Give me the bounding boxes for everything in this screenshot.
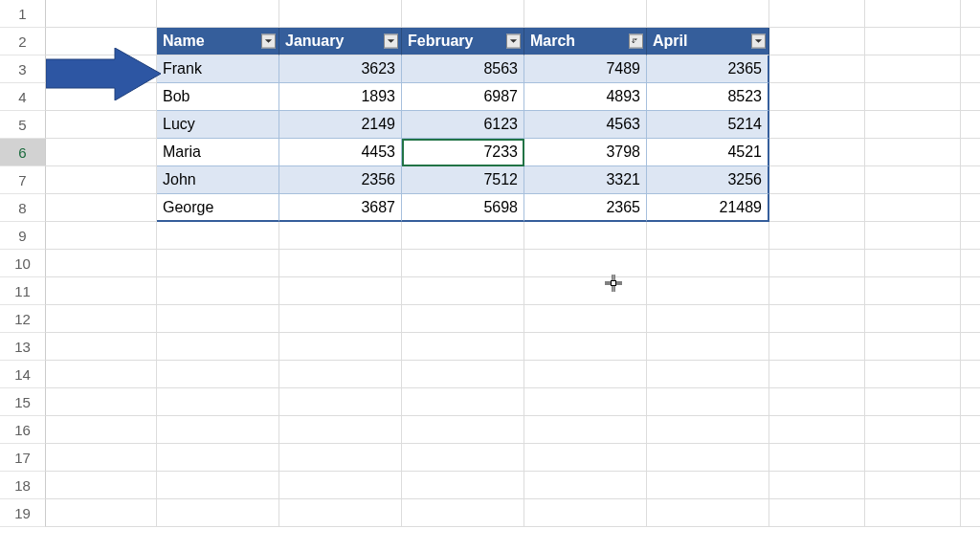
empty-cell[interactable] [279, 333, 402, 361]
empty-cell[interactable] [865, 0, 961, 28]
empty-cell[interactable] [46, 305, 157, 333]
empty-cell[interactable] [961, 305, 980, 333]
filter-dropdown-icon[interactable] [751, 34, 766, 49]
cell-name[interactable]: Maria [157, 139, 279, 166]
empty-cell[interactable] [279, 305, 402, 333]
empty-cell[interactable] [647, 222, 769, 250]
empty-cell[interactable] [524, 416, 647, 444]
cell-february[interactable]: 7512 [402, 166, 524, 194]
cell-april[interactable]: 8523 [647, 83, 769, 111]
empty-cell[interactable] [46, 222, 157, 250]
cell-february[interactable]: 7233 [402, 139, 524, 166]
empty-cell[interactable] [279, 277, 402, 305]
empty-cell[interactable] [865, 277, 961, 305]
empty-cell[interactable] [865, 194, 961, 222]
empty-cell[interactable] [647, 444, 769, 472]
empty-cell[interactable] [961, 222, 980, 250]
empty-cell[interactable] [769, 83, 865, 111]
empty-cell[interactable] [769, 361, 865, 388]
empty-cell[interactable] [402, 472, 524, 499]
empty-cell[interactable] [961, 333, 980, 361]
row-header[interactable]: 6 [0, 139, 46, 166]
empty-cell[interactable] [647, 499, 769, 527]
column-header-january[interactable]: January [279, 28, 402, 55]
empty-cell[interactable] [769, 416, 865, 444]
empty-cell[interactable] [865, 333, 961, 361]
empty-cell[interactable] [157, 416, 279, 444]
empty-cell[interactable] [524, 250, 647, 277]
empty-cell[interactable] [402, 499, 524, 527]
row-header[interactable]: 19 [0, 499, 46, 527]
empty-cell[interactable] [647, 333, 769, 361]
empty-cell[interactable] [46, 388, 157, 416]
row-header[interactable]: 14 [0, 361, 46, 388]
filter-dropdown-icon[interactable] [261, 34, 276, 49]
empty-cell[interactable] [647, 277, 769, 305]
empty-cell[interactable] [961, 388, 980, 416]
empty-cell[interactable] [647, 388, 769, 416]
empty-cell[interactable] [865, 472, 961, 499]
empty-cell[interactable] [402, 222, 524, 250]
empty-cell[interactable] [769, 472, 865, 499]
empty-cell[interactable] [524, 277, 647, 305]
empty-cell[interactable] [46, 166, 157, 194]
empty-cell[interactable] [769, 194, 865, 222]
empty-cell[interactable] [279, 388, 402, 416]
empty-cell[interactable] [157, 499, 279, 527]
empty-cell[interactable] [46, 333, 157, 361]
empty-cell[interactable] [865, 305, 961, 333]
empty-cell[interactable] [769, 166, 865, 194]
empty-cell[interactable] [279, 250, 402, 277]
cell-april[interactable]: 5214 [647, 111, 769, 139]
empty-cell[interactable] [157, 444, 279, 472]
empty-cell[interactable] [865, 139, 961, 166]
cell-name[interactable]: Frank [157, 55, 279, 83]
empty-cell[interactable] [279, 222, 402, 250]
empty-cell[interactable] [279, 444, 402, 472]
cell-february[interactable]: 8563 [402, 55, 524, 83]
cell-april[interactable]: 21489 [647, 194, 769, 222]
empty-cell[interactable] [647, 250, 769, 277]
filter-sort-icon[interactable] [629, 34, 643, 49]
cell-march[interactable]: 3798 [524, 139, 647, 166]
empty-cell[interactable] [769, 222, 865, 250]
empty-cell[interactable] [769, 277, 865, 305]
empty-cell[interactable] [769, 305, 865, 333]
empty-cell[interactable] [961, 166, 980, 194]
empty-cell[interactable] [647, 305, 769, 333]
empty-cell[interactable] [769, 111, 865, 139]
cell-april[interactable]: 3256 [647, 166, 769, 194]
empty-cell[interactable] [865, 222, 961, 250]
empty-cell[interactable] [46, 444, 157, 472]
empty-cell[interactable] [157, 277, 279, 305]
empty-cell[interactable] [524, 0, 647, 28]
empty-cell[interactable] [524, 499, 647, 527]
empty-cell[interactable] [279, 361, 402, 388]
empty-cell[interactable] [865, 28, 961, 55]
empty-cell[interactable] [46, 361, 157, 388]
column-header-name[interactable]: Name [157, 28, 279, 55]
empty-cell[interactable] [279, 472, 402, 499]
empty-cell[interactable] [157, 222, 279, 250]
empty-cell[interactable] [961, 139, 980, 166]
cell-january[interactable]: 1893 [279, 83, 402, 111]
empty-cell[interactable] [961, 361, 980, 388]
empty-cell[interactable] [157, 0, 279, 28]
empty-cell[interactable] [279, 0, 402, 28]
column-header-april[interactable]: April [647, 28, 769, 55]
empty-cell[interactable] [961, 472, 980, 499]
empty-cell[interactable] [865, 55, 961, 83]
column-header-february[interactable]: February [402, 28, 524, 55]
cell-april[interactable]: 4521 [647, 139, 769, 166]
row-header[interactable]: 16 [0, 416, 46, 444]
row-header[interactable]: 18 [0, 472, 46, 499]
empty-cell[interactable] [865, 361, 961, 388]
empty-cell[interactable] [157, 472, 279, 499]
empty-cell[interactable] [647, 416, 769, 444]
empty-cell[interactable] [524, 222, 647, 250]
cell-february[interactable]: 6123 [402, 111, 524, 139]
empty-cell[interactable] [961, 444, 980, 472]
cell-april[interactable]: 2365 [647, 55, 769, 83]
empty-cell[interactable] [961, 111, 980, 139]
empty-cell[interactable] [46, 111, 157, 139]
